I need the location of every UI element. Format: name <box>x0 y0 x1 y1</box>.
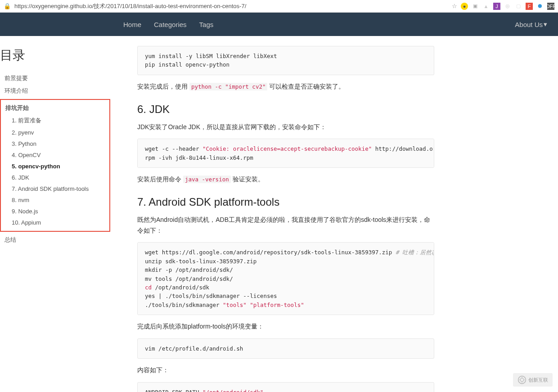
para-jdk-verify: 安装后使用命令 java -version 验证安装。 <box>137 174 434 185</box>
navbar: Home Categories Tags About Us▾ <box>0 13 558 36</box>
inline-code: python -c "import cv2" <box>189 83 268 90</box>
toc-item[interactable]: 前景提要 <box>0 72 110 85</box>
browser-url-bar: 🔒 https://oxygenengine.github.io/技术/2017… <box>0 0 558 13</box>
toc-title: 目录 <box>0 47 110 64</box>
toc-item[interactable]: 3. Python <box>1 138 109 149</box>
code-block-android: wget https://dl.google.com/android/repos… <box>137 242 434 315</box>
ext-icon-3[interactable]: ▲ <box>482 3 490 10</box>
para-env-var: 完成后向系统添加platform-tools的环境变量： <box>137 321 434 332</box>
para-content-follows: 内容如下： <box>137 365 434 376</box>
nav-about[interactable]: About Us▾ <box>515 20 547 28</box>
ext-icon-9[interactable]: OFF <box>547 3 554 10</box>
toc-item[interactable]: 10. Appium <box>1 217 109 228</box>
ext-icon-5[interactable]: ◎ <box>504 3 511 10</box>
extension-icons: ● ▣ ▲ J ◎ ▢ F ⬢ OFF <box>461 3 554 10</box>
toc-item[interactable]: 5. opencv-python <box>1 161 109 172</box>
toc-item[interactable]: 7. Android SDK platform-tools <box>1 183 109 194</box>
toc-item[interactable]: 排坑开始 <box>1 102 109 114</box>
heading-android-sdk: 7. Android SDK platform-tools <box>137 196 434 208</box>
code-block-env: ANDROID_SDK_PATH="/opt/android/sdk" expo… <box>137 382 434 392</box>
url-text[interactable]: https://oxygenengine.github.io/技术/2017/1… <box>14 2 448 10</box>
toc-highlight-box: 排坑开始1. 前置准备2. pyenv3. Python4. OpenCV5. … <box>0 99 110 232</box>
ext-icon-6[interactable]: ▢ <box>515 3 522 10</box>
para-jdk-intro: JDK安装了Oracle JDK，所以是直接从官网下载的，安装命令如下： <box>137 122 434 133</box>
code-block-jdk: wget -c --header "Cookie: oraclelicense=… <box>137 139 434 168</box>
toc-item[interactable]: 环境介绍 <box>0 85 110 97</box>
chevron-down-icon: ▾ <box>544 20 547 28</box>
toc-item[interactable]: 4. OpenCV <box>1 149 109 161</box>
toc-item[interactable]: 2. pyenv <box>1 127 109 138</box>
heading-jdk: 6. JDK <box>137 103 434 116</box>
logo-icon <box>518 375 526 384</box>
main-content: yum install -y libSM libXrender libXext … <box>110 36 452 392</box>
sidebar-toc: 目录 前景提要环境介绍 排坑开始1. 前置准备2. pyenv3. Python… <box>0 36 110 392</box>
toc-item[interactable]: 8. nvm <box>1 194 109 206</box>
toc-item[interactable]: 1. 前置准备 <box>1 114 109 127</box>
toc-item[interactable]: 总结 <box>0 234 110 246</box>
code-block-opencv: yum install -y libSM libXrender libXext … <box>137 46 434 75</box>
ext-icon-8[interactable]: ⬢ <box>536 3 544 10</box>
watermark: 创新互联 <box>513 373 553 387</box>
code-block-vim: vim /etc/profile.d/android.sh <box>137 338 434 359</box>
nav-home[interactable]: Home <box>123 21 141 28</box>
ext-icon-2[interactable]: ▣ <box>472 3 479 10</box>
ext-icon-1[interactable]: ● <box>461 3 468 10</box>
star-icon[interactable]: ☆ <box>452 3 457 9</box>
ext-icon-7[interactable]: F <box>526 3 533 10</box>
nav-tags[interactable]: Tags <box>199 21 214 28</box>
inline-code: java -version <box>183 176 231 183</box>
para-opencv-check: 安装完成后，使用 python -c "import cv2" 可以检查是否正确… <box>137 81 434 92</box>
toc-item[interactable]: 6. JDK <box>1 172 109 183</box>
lock-icon: 🔒 <box>4 3 11 9</box>
toc-item[interactable]: 9. Node.js <box>1 206 109 217</box>
para-android-intro: 既然为Android自动测试机，ADB工具肯定是必须的啦，我直接使用了谷歌官方的… <box>137 215 434 236</box>
ext-icon-4[interactable]: J <box>493 3 500 10</box>
nav-categories[interactable]: Categories <box>154 21 187 28</box>
